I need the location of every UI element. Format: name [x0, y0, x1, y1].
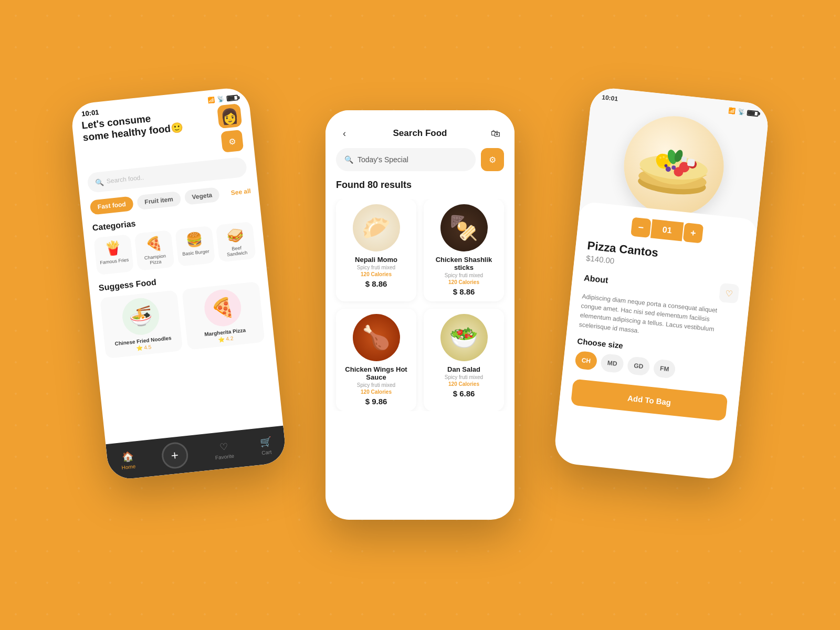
signal-icon: 📶	[207, 97, 215, 104]
status-bar-right: 10:01 📶 📡	[591, 86, 770, 120]
food-name-3: Dan Salad	[429, 365, 499, 373]
time-right: 10:01	[602, 93, 618, 102]
qty-value: 01	[650, 219, 684, 242]
cat-label-burger: Basic Burger	[181, 248, 212, 257]
phones-container: 10:01 📶 📡 Let's consumesome healthy food…	[79, 52, 761, 578]
cat-item-sandwich[interactable]: 🥪 Beef Sandwich	[216, 222, 256, 262]
food-card-2[interactable]: 🍗 Chicken Wings Hot Sauce Spicy fruti mi…	[336, 309, 416, 411]
cart-nav-icon: 🛒	[259, 436, 272, 448]
wifi-icon: 📡	[217, 96, 225, 103]
cat-label-pizza: Champion Pizza	[140, 253, 171, 266]
pill-fruit[interactable]: Fruit item	[136, 191, 181, 210]
home-icon: 🏠	[121, 450, 134, 463]
food-price-0: $ 8.86	[341, 279, 411, 288]
status-icons-left: 📶 📡	[207, 94, 238, 104]
filter-button-left[interactable]: ⚙	[220, 130, 244, 153]
heart-button[interactable]: ♡	[719, 283, 740, 304]
heart-nav-icon: ♡	[219, 440, 228, 453]
food-name-1: Chicken Shashlik sticks	[429, 256, 499, 271]
suggest-item-1[interactable]: 🍕 Margherita Pizza ⭐ 4.2	[182, 281, 265, 350]
food-img-1: 🍢	[440, 204, 488, 251]
svg-rect-16	[681, 156, 687, 162]
suggest-item-0[interactable]: 🍜 Chinese Fried Noodles ⭐ 4.5	[100, 290, 183, 359]
cat-label-sandwich: Beef Sandwich	[221, 244, 253, 258]
food-calories-1: 120 Calories	[429, 279, 499, 285]
food-desc-3: Spicy fruti mixed	[429, 374, 499, 380]
time-left: 10:01	[81, 108, 99, 118]
cat-item-burger[interactable]: 🍔 Basic Burger	[175, 226, 215, 267]
cart-button-center[interactable]: 🛍	[487, 125, 504, 142]
fab-button[interactable]: +	[160, 441, 189, 470]
battery-icon	[226, 94, 238, 101]
cat-item-fries[interactable]: 🍟 Famous Fries	[93, 234, 134, 275]
detail-card: − 01 + Pizza Cantos $140.00 About ♡ Adip…	[558, 201, 758, 433]
size-ch[interactable]: CH	[574, 351, 598, 371]
food-desc-2: Spicy fruti mixed	[341, 382, 411, 388]
search-placeholder-left: Search food..	[106, 174, 144, 185]
nav-cart-label: Cart	[261, 449, 272, 456]
phone-left: 10:01 📶 📡 Let's consumesome healthy food…	[70, 86, 287, 481]
filter-icon-center: ⚙	[489, 155, 496, 165]
filter-button-center[interactable]: ⚙	[481, 148, 504, 171]
pill-vegeta[interactable]: Vegeta	[184, 187, 220, 205]
food-img-0: 🥟	[353, 204, 400, 251]
battery-icon-right	[747, 110, 759, 117]
nav-favorite-label: Favorite	[215, 453, 234, 461]
search-bar-row: 🔍 Today's Special ⚙	[326, 148, 514, 171]
size-md[interactable]: MD	[600, 353, 624, 373]
food-price-1: $ 8.86	[429, 287, 499, 296]
search-value: Today's Special	[358, 155, 408, 164]
qty-decrease-button[interactable]: −	[631, 217, 652, 238]
wifi-icon-right: 📡	[737, 108, 745, 116]
svg-rect-15	[687, 159, 695, 166]
search-bar-center[interactable]: 🔍 Today's Special	[336, 148, 476, 171]
search-icon-center: 🔍	[344, 155, 353, 164]
food-price-2: $ 9.86	[341, 397, 411, 406]
food-desc-1: Spicy fruti mixed	[429, 272, 499, 278]
cat-item-pizza[interactable]: 🍕 Champion Pizza	[134, 230, 175, 271]
about-title: About	[583, 274, 608, 286]
food-hero-image	[619, 111, 729, 221]
food-img-2: 🍗	[353, 314, 400, 361]
suggest-grid: 🍜 Chinese Fried Noodles ⭐ 4.5 🍕 Margheri…	[100, 281, 265, 359]
phone-right: 10:01 📶 📡	[553, 86, 770, 481]
search-icon-left: 🔍	[94, 177, 103, 186]
nav-favorite[interactable]: ♡ Favorite	[214, 440, 235, 461]
see-all-link[interactable]: See all	[223, 183, 259, 201]
food-grid: 🥟 Nepali Momo Spicy fruti mixed 120 Calo…	[326, 199, 514, 411]
nav-home[interactable]: 🏠 Home	[120, 450, 136, 471]
food-card-3[interactable]: 🥗 Dan Salad Spicy fruti mixed 120 Calori…	[424, 309, 504, 411]
nav-cart[interactable]: 🛒 Cart	[259, 436, 273, 456]
food-img-3: 🥗	[440, 314, 488, 361]
page-title-center: Search Food	[393, 128, 447, 139]
food-calories-3: 120 Calories	[429, 381, 499, 387]
food-desc-0: Spicy fruti mixed	[341, 265, 411, 270]
food-calories-2: 120 Calories	[341, 389, 411, 395]
qty-increase-button[interactable]: +	[683, 223, 704, 244]
signal-icon-right: 📶	[728, 107, 736, 114]
status-icons-right: 📶 📡	[728, 107, 759, 117]
size-gd[interactable]: GD	[627, 356, 650, 376]
food-bowl-svg	[625, 117, 723, 215]
bottom-nav-left: 🏠 Home + ♡ Favorite 🛒 Cart	[106, 426, 287, 481]
food-calories-0: 120 Calories	[341, 271, 411, 277]
cat-label-fries: Famous Fries	[99, 257, 130, 266]
food-price-3: $ 6.86	[429, 389, 499, 398]
size-fm[interactable]: FM	[653, 359, 676, 379]
add-to-bag-label: Add To Bag	[627, 393, 671, 407]
food-name-2: Chicken Wings Hot Sauce	[341, 365, 411, 381]
left-phone-content: Let's consumesome healthy food🙂 👩 ⚙ 🔍 Se…	[72, 102, 275, 360]
food-card-1[interactable]: 🍢 Chicken Shashlik sticks Spicy fruti mi…	[424, 199, 504, 301]
center-header: ‹ Search Food 🛍	[326, 121, 514, 148]
food-name-0: Nepali Momo	[341, 256, 411, 264]
phone-center: ‹ Search Food 🛍 🔍 Today's Special ⚙ Foun…	[326, 110, 514, 520]
results-count: Found 80 results	[326, 180, 514, 191]
food-card-0[interactable]: 🥟 Nepali Momo Spicy fruti mixed 120 Calo…	[336, 199, 416, 301]
pill-fastfood[interactable]: Fast food	[90, 196, 134, 215]
back-button[interactable]: ‹	[336, 125, 353, 142]
nav-home-label: Home	[121, 463, 136, 470]
add-to-bag-button[interactable]: Add To Bag	[571, 379, 728, 421]
avatar: 👩	[217, 103, 242, 129]
